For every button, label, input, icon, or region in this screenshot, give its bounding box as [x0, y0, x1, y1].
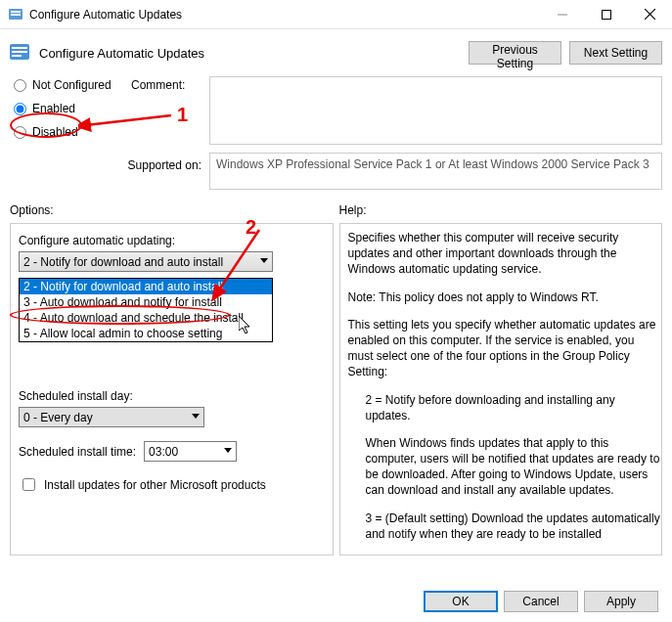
comment-textarea[interactable] [209, 76, 662, 145]
configure-updating-combo[interactable]: 2 - Notify for download and auto install [19, 251, 273, 272]
combo-value: 0 - Every day [23, 411, 93, 424]
close-button[interactable] [628, 0, 672, 28]
configure-updating-dropdown: 2 - Notify for download and auto install… [19, 278, 273, 342]
chevron-down-icon [224, 448, 232, 453]
help-text: Note: This policy does not apply to Wind… [348, 289, 662, 305]
configure-updating-label: Configure automatic updating: [19, 234, 325, 247]
scheduled-time-combo[interactable]: 03:00 [144, 441, 237, 462]
dropdown-option[interactable]: 4 - Auto download and schedule the insta… [20, 310, 272, 326]
supported-on-label: Supported on: [14, 153, 209, 172]
svg-rect-10 [12, 55, 22, 57]
radio-enabled-input[interactable] [14, 103, 26, 115]
supported-on-text: Windows XP Professional Service Pack 1 o… [209, 153, 662, 190]
app-icon [8, 7, 23, 22]
help-text: When Windows finds updates that apply to… [348, 435, 662, 499]
radio-not-configured-input[interactable] [14, 79, 26, 92]
previous-setting-button[interactable]: Previous Setting [469, 41, 561, 65]
comment-label: Comment: [131, 76, 209, 106]
maximize-button[interactable] [584, 0, 628, 28]
scheduled-day-label: Scheduled install day: [19, 389, 325, 403]
radio-disabled-input[interactable] [14, 126, 26, 139]
dropdown-option[interactable]: 5 - Allow local admin to choose setting [20, 326, 272, 341]
svg-rect-9 [12, 51, 27, 53]
policy-icon [8, 41, 31, 65]
cancel-button[interactable]: Cancel [504, 591, 578, 612]
help-text: 3 = (Default setting) Download the updat… [348, 511, 662, 542]
svg-rect-1 [11, 11, 21, 13]
apply-button[interactable]: Apply [584, 591, 658, 612]
help-text: This setting lets you specify whether au… [348, 317, 662, 380]
radio-label: Disabled [32, 125, 78, 139]
radio-label: Not Configured [32, 78, 112, 92]
chevron-down-icon [192, 414, 200, 419]
svg-rect-4 [602, 10, 610, 19]
install-other-checkbox[interactable] [22, 478, 35, 491]
minimize-button[interactable] [540, 0, 584, 28]
dropdown-option[interactable]: 2 - Notify for download and auto install [20, 279, 272, 294]
combo-value: 03:00 [149, 445, 178, 459]
window-title: Configure Automatic Updates [29, 8, 540, 22]
help-label: Help: [339, 200, 663, 223]
install-other-label: Install updates for other Microsoft prod… [44, 478, 266, 492]
chevron-down-icon [260, 258, 268, 263]
radio-label: Enabled [32, 102, 75, 115]
help-text: Specifies whether this computer will rec… [348, 230, 662, 278]
radio-not-configured[interactable]: Not Configured [14, 78, 131, 92]
help-panel[interactable]: Specifies whether this computer will rec… [339, 223, 663, 555]
scheduled-time-label: Scheduled install time: [19, 445, 136, 459]
combo-value: 2 - Notify for download and auto install [23, 255, 223, 269]
svg-rect-2 [11, 14, 21, 16]
scheduled-day-combo[interactable]: 0 - Every day [19, 407, 204, 427]
page-title: Configure Automatic Updates [39, 46, 461, 61]
help-text: Windows finds updates that apply to the … [348, 554, 662, 555]
svg-rect-8 [12, 47, 27, 49]
ok-button[interactable]: OK [424, 591, 498, 612]
dropdown-option[interactable]: 3 - Auto download and notify for install [20, 294, 272, 310]
next-setting-button[interactable]: Next Setting [569, 41, 662, 65]
radio-disabled[interactable]: Disabled [14, 125, 131, 139]
radio-enabled[interactable]: Enabled [14, 102, 131, 115]
options-label: Options: [10, 200, 334, 223]
help-text: 2 = Notify before downloading and instal… [348, 392, 662, 423]
